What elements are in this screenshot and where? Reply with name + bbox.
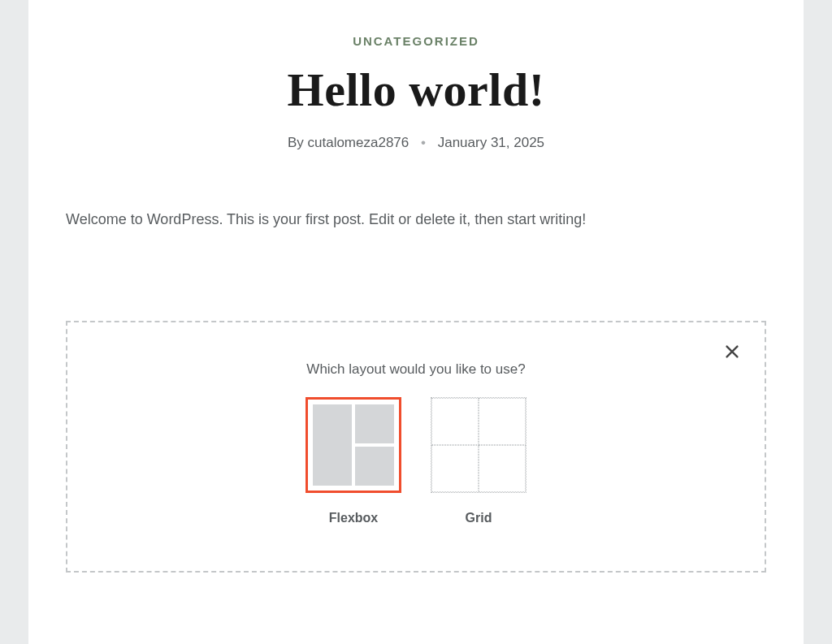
post-header: UNCATEGORIZED Hello world! By cutalomeza…: [66, 0, 766, 151]
meta-separator: •: [421, 135, 426, 150]
close-icon: [723, 343, 741, 361]
layout-option-label: Grid: [466, 511, 492, 525]
by-prefix: By: [288, 135, 304, 150]
post-paragraph: Welcome to WordPress. This is your first…: [66, 208, 766, 231]
flexbox-preview-icon: [306, 397, 401, 493]
post-content: Welcome to WordPress. This is your first…: [66, 208, 766, 231]
post-category-link[interactable]: UNCATEGORIZED: [66, 34, 766, 48]
layout-picker-block: Which layout would you like to use? Flex…: [66, 321, 766, 573]
layout-option-grid[interactable]: Grid: [431, 397, 526, 525]
layout-option-label: Flexbox: [329, 511, 378, 525]
post-author-link[interactable]: cutalomeza2876: [308, 135, 410, 150]
grid-preview-icon: [431, 397, 526, 493]
layout-option-flexbox[interactable]: Flexbox: [306, 397, 401, 525]
post-meta: By cutalomeza2876 • January 31, 2025: [66, 135, 766, 151]
close-button[interactable]: [721, 340, 743, 363]
layout-options: Flexbox Grid: [87, 397, 745, 525]
post-card: UNCATEGORIZED Hello world! By cutalomeza…: [28, 0, 804, 644]
post-date: January 31, 2025: [438, 135, 544, 150]
layout-picker-prompt: Which layout would you like to use?: [87, 361, 745, 378]
post-title: Hello world!: [66, 66, 766, 115]
